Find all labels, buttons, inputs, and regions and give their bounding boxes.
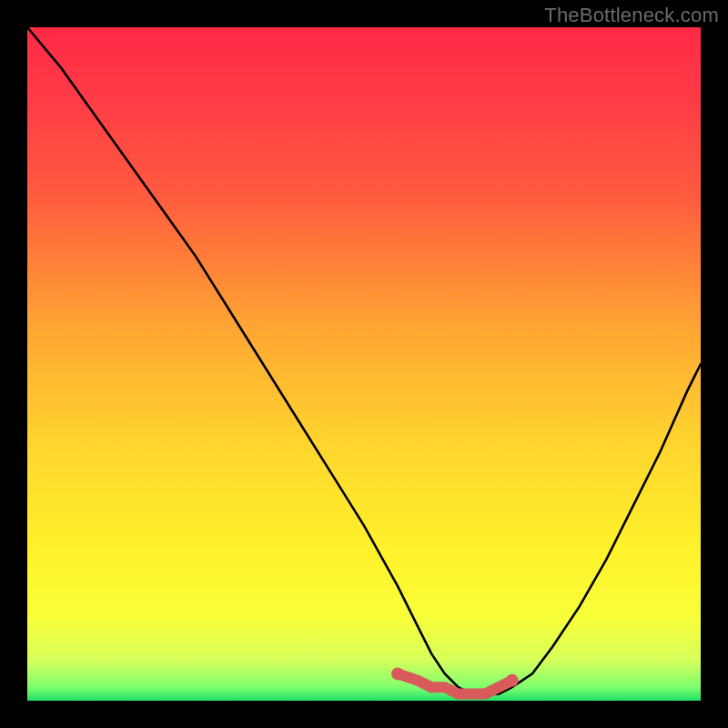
- chart-frame: TheBottleneck.com: [0, 0, 728, 728]
- highlight-band-dot: [391, 667, 404, 680]
- highlight-band-dot: [506, 674, 519, 687]
- highlight-band: [391, 667, 519, 693]
- plot-area: [27, 27, 701, 701]
- curve-svg: [27, 27, 701, 701]
- watermark-text: TheBottleneck.com: [544, 4, 719, 27]
- bottleneck-curve: [27, 27, 701, 694]
